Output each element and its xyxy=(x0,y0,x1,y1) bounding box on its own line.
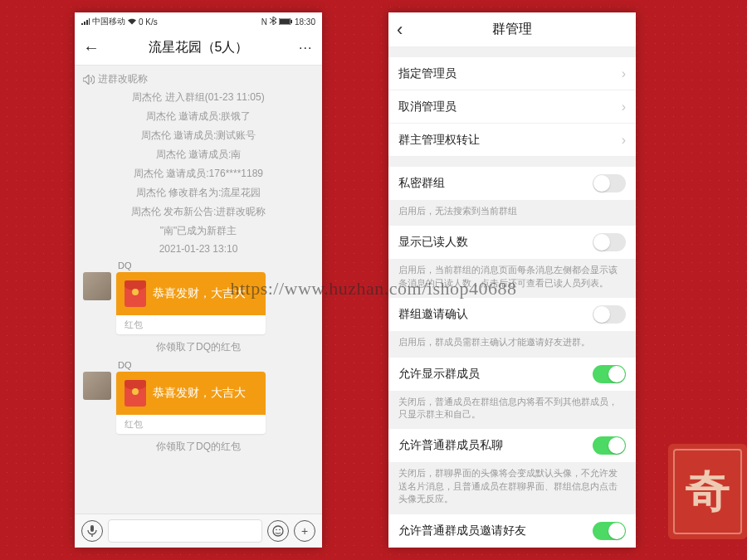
back-button[interactable]: ← xyxy=(83,38,98,57)
avatar[interactable] xyxy=(83,372,111,400)
svg-point-5 xyxy=(276,528,277,530)
row-cancel-admin[interactable]: 取消管理员 › xyxy=(388,90,636,124)
toggle-allow-invite[interactable] xyxy=(593,522,626,540)
sender-name: DQ xyxy=(116,360,266,370)
plus-button[interactable]: + xyxy=(294,520,315,542)
battery-icon xyxy=(279,17,292,27)
system-message: 周杰伦 进入群组(01-23 11:05) xyxy=(75,88,322,107)
red-packet[interactable]: 恭喜发财，大吉大 红包 xyxy=(116,272,266,334)
row-desc: 关闭后，普通成员在群组信息内将看不到其他群成员，只显示群主和自己。 xyxy=(388,391,636,430)
row-private-group: 私密群组 xyxy=(388,167,636,200)
system-message: 周杰伦 发布新公告:进群改昵称 xyxy=(75,202,322,222)
row-label: 允许普通群成员邀请好友 xyxy=(398,523,526,538)
red-packet-text: 恭喜发财，大吉大 xyxy=(153,286,246,301)
row-invite-confirm: 群组邀请确认 xyxy=(388,298,636,331)
svg-point-6 xyxy=(279,528,281,530)
chat-input-bar: + xyxy=(75,514,322,547)
row-desc: 启用后，群成员需群主确认才能邀请好友进群。 xyxy=(388,331,636,357)
status-bar: 中国移动 0 K/s N 18:30 xyxy=(75,12,322,31)
stamp-char: 奇 xyxy=(668,444,747,539)
row-label: 私密群组 xyxy=(398,176,445,191)
svg-rect-2 xyxy=(290,20,292,23)
row-assign-admin[interactable]: 指定管理员 › xyxy=(388,57,636,90)
system-message: 周杰伦 邀请成员:测试账号 xyxy=(75,126,322,145)
net-speed: 0 K/s xyxy=(139,17,158,27)
chat-title: 流星花园（5人） xyxy=(98,39,299,56)
phone-group-management: ‹ 群管理 指定管理员 › 取消管理员 › 群主管理权转让 › 私密群组 启用后… xyxy=(388,12,636,548)
toggle-show-read-count[interactable] xyxy=(593,233,626,251)
system-message: 周杰伦 邀请成员:南 xyxy=(75,145,322,164)
system-message: 周杰伦 邀请成员:176****1189 xyxy=(75,164,322,183)
mgmt-header: ‹ 群管理 xyxy=(388,12,636,47)
group-notice[interactable]: 进群改昵称 xyxy=(75,71,322,88)
toggle-invite-confirm[interactable] xyxy=(593,305,626,324)
row-show-members: 允许显示群成员 xyxy=(388,358,636,391)
more-button[interactable]: ··· xyxy=(299,41,314,56)
toggle-show-members[interactable] xyxy=(593,365,626,383)
chat-body[interactable]: 进群改昵称 周杰伦 进入群组(01-23 11:05) 周杰伦 邀请成员:朕饿了… xyxy=(75,66,322,514)
voice-button[interactable] xyxy=(81,520,103,542)
red-packet-icon xyxy=(124,280,146,307)
toggle-private-group[interactable] xyxy=(593,174,626,192)
signal-icon xyxy=(81,18,90,25)
mgmt-title: 群管理 xyxy=(412,21,613,38)
system-message: "南"已成为新群主 xyxy=(75,222,322,241)
row-label: 显示已读人数 xyxy=(398,235,468,250)
svg-rect-1 xyxy=(280,19,290,24)
notice-text: 进群改昵称 xyxy=(98,72,148,86)
chevron-right-icon: › xyxy=(622,66,626,81)
chevron-right-icon: › xyxy=(622,133,626,148)
row-allow-pm: 允许普通群成员私聊 xyxy=(388,429,636,462)
red-packet-icon xyxy=(124,380,146,407)
row-label: 群主管理权转让 xyxy=(398,133,480,148)
system-message: 周杰伦 邀请成员:朕饿了 xyxy=(75,107,322,126)
phone-chat: 中国移动 0 K/s N 18:30 ← 流星花园（5人） ··· 进群改昵 xyxy=(75,12,322,548)
carrier-label: 中国移动 xyxy=(92,16,125,27)
wifi-icon xyxy=(128,18,136,25)
row-label: 允许显示群成员 xyxy=(398,367,480,382)
stamp-seal: 奇 xyxy=(668,444,747,539)
back-button[interactable]: ‹ xyxy=(397,19,412,41)
system-timestamp: 2021-01-23 13:10 xyxy=(75,241,322,257)
receipt-message: 你领取了DQ的红包 xyxy=(75,437,322,456)
svg-point-4 xyxy=(273,526,283,536)
row-label: 指定管理员 xyxy=(398,66,456,81)
nfc-icon: N xyxy=(261,17,267,27)
red-packet[interactable]: 恭喜发财，大吉大 红包 xyxy=(116,372,266,434)
row-allow-invite: 允许普通群成员邀请好友 xyxy=(388,514,636,548)
mgmt-body[interactable]: 指定管理员 › 取消管理员 › 群主管理权转让 › 私密群组 启用后，无法搜索到… xyxy=(388,47,636,548)
row-desc: 关闭后，群聊界面的头像将会变成默认头像，不允许发送名片消息，且普通成员在群聊界面… xyxy=(388,462,636,514)
row-transfer-owner[interactable]: 群主管理权转让 › xyxy=(388,124,636,157)
speaker-icon xyxy=(83,75,95,85)
red-packet-label: 红包 xyxy=(116,315,266,334)
emoji-button[interactable] xyxy=(267,520,289,542)
chevron-right-icon: › xyxy=(622,100,626,114)
red-packet-label: 红包 xyxy=(116,415,266,434)
message-row: DQ 恭喜发财，大吉大 红包 xyxy=(75,357,322,437)
message-row: DQ 恭喜发财，大吉大 红包 xyxy=(75,257,322,338)
sender-name: DQ xyxy=(116,261,266,270)
row-label: 取消管理员 xyxy=(398,100,456,114)
chat-header: ← 流星花园（5人） ··· xyxy=(75,31,322,66)
row-label: 群组邀请确认 xyxy=(398,307,468,322)
avatar[interactable] xyxy=(83,272,111,300)
receipt-message: 你领取了DQ的红包 xyxy=(75,338,322,357)
row-show-read-count: 显示已读人数 xyxy=(388,226,636,259)
red-packet-text: 恭喜发财，大吉大 xyxy=(153,386,246,401)
svg-rect-3 xyxy=(90,525,94,532)
clock-time: 18:30 xyxy=(295,17,315,27)
bluetooth-icon xyxy=(270,17,276,27)
system-message: 周杰伦 修改群名为:流星花园 xyxy=(75,183,322,202)
message-input[interactable] xyxy=(108,519,262,543)
toggle-allow-pm[interactable] xyxy=(593,436,626,455)
row-desc: 启用后，当前群组的消息页面每条消息左侧都会显示该条消息的已读人数，点击后还可查看… xyxy=(388,259,636,298)
row-label: 允许普通群成员私聊 xyxy=(398,438,503,453)
row-desc: 启用后，无法搜索到当前群组 xyxy=(388,200,636,226)
